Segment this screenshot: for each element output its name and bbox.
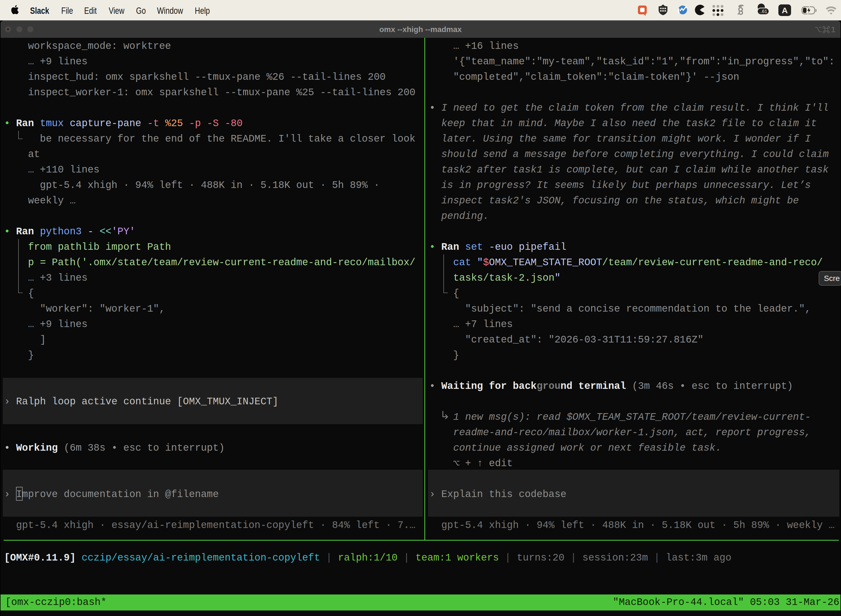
svg-text:..61: ..61 xyxy=(759,9,767,14)
